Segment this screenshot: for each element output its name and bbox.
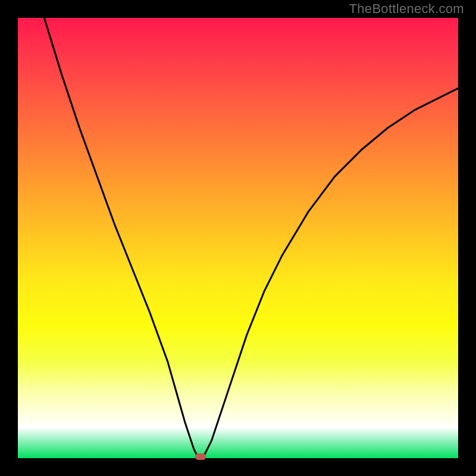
plot-area xyxy=(18,18,458,458)
watermark-text: TheBottleneck.com xyxy=(349,1,464,17)
curve-path xyxy=(44,18,458,458)
optimal-point-marker xyxy=(195,453,206,460)
bottleneck-curve xyxy=(18,18,458,458)
chart-container: TheBottleneck.com xyxy=(0,0,476,476)
